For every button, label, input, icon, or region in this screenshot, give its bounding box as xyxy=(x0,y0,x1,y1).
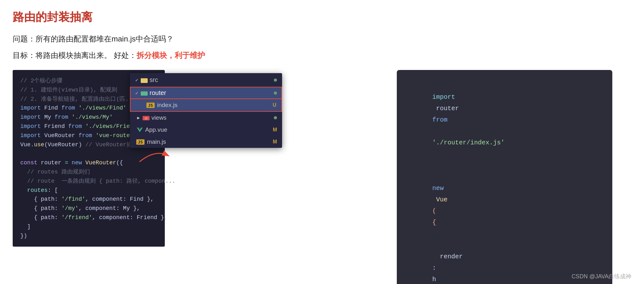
tree-item-views[interactable]: ► views xyxy=(130,112,282,124)
right-line-4: render : h => h ( App ) , xyxy=(409,240,600,284)
svg-point-10 xyxy=(145,118,147,119)
code-line-13: routes: [ xyxy=(20,186,157,195)
mainjs-badge: M xyxy=(273,139,277,145)
svg-rect-5 xyxy=(141,92,148,96)
tree-item-index[interactable]: JS index.js U xyxy=(130,99,282,112)
views-folder-icon xyxy=(143,115,150,121)
code-line-16: { path: '/friend', component: Friend }, xyxy=(20,213,157,222)
code-line-14: { path: '/find', component: Find }, xyxy=(20,195,157,204)
appvue-badge: M xyxy=(273,127,277,133)
src-label: src xyxy=(150,76,158,84)
src-folder-icon xyxy=(141,77,148,83)
views-dot xyxy=(274,116,277,119)
watermark: CSDN @JAVA白练成神 xyxy=(571,273,631,280)
right-code-block: import router from './router/index.js' n… xyxy=(397,70,612,284)
right-line-3: new Vue ( { xyxy=(409,171,600,240)
svg-rect-2 xyxy=(141,79,148,83)
tree-header-src: ✓ src xyxy=(130,73,282,87)
src-dot xyxy=(274,79,277,82)
tree-item-appvue[interactable]: App.vue M xyxy=(130,124,282,136)
page-title: 路由的封装抽离 xyxy=(13,9,631,25)
js-badge-index: JS xyxy=(146,103,155,108)
router-label: router xyxy=(150,89,274,97)
js-badge-main: JS xyxy=(136,139,145,145)
router-dot xyxy=(274,92,277,95)
tree-item-router[interactable]: ✓ router xyxy=(130,87,282,99)
code-line-17: ] xyxy=(20,222,157,231)
chevron-down-icon: ✓ xyxy=(135,78,139,83)
code-line-15: { path: '/my', component: My }, xyxy=(20,204,157,213)
code-line-9 xyxy=(20,149,157,158)
question-line: 问题：所有的路由配置都堆在main.js中合适吗？ xyxy=(13,34,631,44)
index-badge: U xyxy=(273,102,276,108)
goal-line: 目标：将路由模块抽离出来。 好处：拆分模块，利于维护 xyxy=(13,50,631,60)
right-line-1: import router from './router/index.js' xyxy=(409,80,600,160)
router-folder-icon xyxy=(141,90,148,96)
file-tree: ✓ src ✓ router JS index.js xyxy=(130,73,282,148)
vue-icon xyxy=(136,127,143,133)
appvue-label: App.vue xyxy=(145,126,273,133)
code-line-10: const router = new VueRouter({ xyxy=(20,158,157,167)
index-label: index.js xyxy=(157,102,273,109)
tree-item-mainjs[interactable]: JS main.js M xyxy=(130,136,282,148)
code-line-18: }) xyxy=(20,231,157,241)
views-label: views xyxy=(151,114,274,121)
router-chevron-icon: ✓ xyxy=(135,91,139,96)
code-line-11: // routes 路由规则们 xyxy=(20,167,157,177)
goal-highlight: 拆分模块，利于维护 xyxy=(137,51,205,60)
main-content: // 2个核心步骤 // 1. 建组件(views目录), 配规则 // 2. … xyxy=(13,70,631,247)
code-line-12: // route 一条路由规则 { path: 路径, compon... xyxy=(20,177,157,186)
mainjs-label: main.js xyxy=(147,138,273,145)
right-line-2 xyxy=(409,160,600,171)
views-chevron-icon: ► xyxy=(136,115,141,120)
goal-prefix: 目标：将路由模块抽离出来。 好处： xyxy=(13,51,137,60)
